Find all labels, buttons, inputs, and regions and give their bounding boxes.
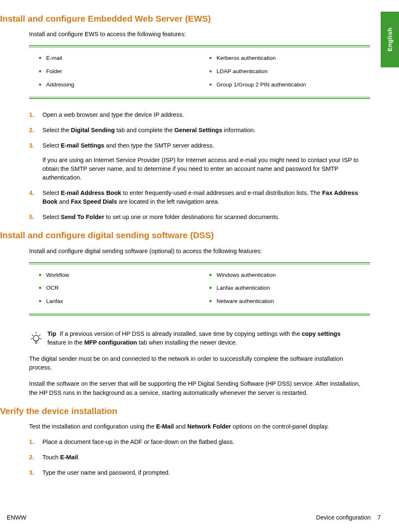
- tip-text: Tip If a previous version of HP DSS is a…: [47, 330, 353, 347]
- step-number: 4.: [29, 189, 42, 206]
- feature-label: LDAP authentication: [217, 67, 268, 76]
- footer-left: ENWW: [7, 513, 27, 522]
- bullet-icon: [209, 300, 212, 302]
- bullet-icon: [39, 84, 41, 86]
- list-item: OCR: [29, 281, 200, 295]
- bullet-icon: [39, 274, 41, 276]
- bullet-icon: [209, 70, 212, 72]
- step-text: Select E-mail Settings and then type the…: [42, 141, 370, 150]
- bullet-icon: [209, 84, 212, 86]
- step-text: Select E-mail Address Book to enter freq…: [42, 189, 370, 206]
- list-item: LDAP authentication: [200, 65, 370, 78]
- bullet-icon: [209, 274, 212, 276]
- list-item: E-mail: [29, 52, 200, 65]
- list-item: Lanfax: [29, 295, 200, 308]
- language-label: English: [385, 27, 394, 52]
- step-number: 2.: [29, 126, 42, 135]
- page-footer: ENWW Device configuration 7: [0, 513, 399, 522]
- section-verify-title: Verify the device installation: [0, 405, 382, 417]
- page-content: Install and configure Embedded Web Serve…: [0, 12, 399, 477]
- section-ews-intro: Install and configure EWS to access the …: [29, 30, 382, 39]
- list-item: Addressing: [29, 78, 200, 91]
- lightbulb-icon: [29, 330, 47, 347]
- step-number: 1.: [29, 438, 42, 446]
- bullet-icon: [39, 300, 41, 302]
- dss-feature-table: Workflow OCR Lanfax Windows authenticati…: [29, 262, 382, 316]
- step-number: 2.: [29, 453, 42, 462]
- list-item: Workflow: [29, 268, 200, 282]
- step-number: 3.: [29, 468, 42, 477]
- footer-right: Device configuration 7: [316, 513, 381, 522]
- section-dss-title: Install and configure digital sending so…: [0, 229, 382, 241]
- step-text: Open a web browser and type the device I…: [42, 111, 370, 119]
- feature-label: Addressing: [46, 81, 74, 89]
- bullet-icon: [209, 57, 212, 59]
- step-number: 5.: [29, 213, 42, 222]
- feature-label: Folder: [46, 67, 62, 76]
- feature-label: Group 1/Group 2 PIN authentication: [217, 81, 306, 89]
- feature-label: Netware authentication: [217, 297, 274, 305]
- step-text: Select Send To Folder to set up one or m…: [42, 213, 370, 222]
- step-number: 3.: [29, 141, 42, 182]
- feature-label: Windows authentication: [217, 271, 276, 279]
- feature-label: Lanfax authentication: [217, 284, 270, 292]
- step-text: Select the Digital Sending tab and compl…: [42, 126, 370, 135]
- feature-label: Lanfax: [46, 297, 63, 305]
- list-item: Lanfax authentication: [200, 281, 370, 295]
- bullet-icon: [39, 57, 41, 59]
- step-text: Type the user name and password, if prom…: [42, 468, 370, 477]
- step-number: 1.: [29, 111, 42, 119]
- tip-callout: Tip If a previous version of HP DSS is a…: [29, 330, 353, 347]
- list-item: Folder: [29, 65, 200, 78]
- bullet-icon: [209, 287, 212, 289]
- bullet-icon: [39, 287, 41, 289]
- ews-steps: 1. Open a web browser and type the devic…: [29, 111, 382, 222]
- verify-steps: 1. Place a document face-up in the ADF o…: [29, 438, 382, 477]
- list-item: Group 1/Group 2 PIN authentication: [200, 78, 370, 91]
- list-item: Netware authentication: [200, 295, 370, 308]
- list-item: Kerberos authentication: [200, 52, 370, 65]
- bullet-icon: [39, 70, 41, 72]
- feature-label: OCR: [46, 284, 59, 292]
- feature-label: Workflow: [46, 271, 69, 279]
- step-text: Place a document face-up in the ADF or f…: [42, 438, 370, 446]
- step-text: Touch E-Mail.: [42, 453, 370, 462]
- ews-feature-table: E-mail Folder Addressing Kerberos authen…: [29, 45, 382, 99]
- language-tab: English: [381, 12, 399, 67]
- section-dss-intro: Install and configure digital sending so…: [29, 247, 382, 256]
- list-item: Windows authentication: [200, 268, 370, 282]
- dss-paragraph: The digital sender must be on and connec…: [29, 355, 366, 372]
- svg-point-0: [33, 335, 39, 341]
- feature-label: E-mail: [46, 54, 62, 62]
- section-verify-intro: Test the installation and configuration …: [29, 422, 382, 431]
- step-note: If you are using an Internet Service Pro…: [42, 156, 370, 182]
- section-ews-title: Install and configure Embedded Web Serve…: [0, 12, 382, 25]
- dss-paragraph: Install the software on the server that …: [29, 379, 366, 397]
- feature-label: Kerberos authentication: [217, 54, 276, 62]
